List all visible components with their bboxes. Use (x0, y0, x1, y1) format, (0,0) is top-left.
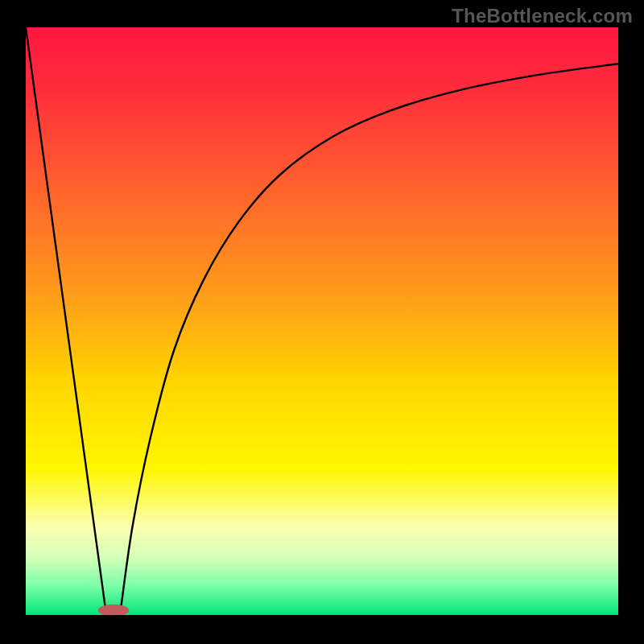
notch-marker (98, 605, 129, 617)
chart-frame: TheBottleneck.com (0, 0, 644, 644)
watermark-text: TheBottleneck.com (452, 5, 633, 27)
plot-background-gradient (26, 27, 618, 615)
bottleneck-chart (0, 0, 644, 644)
